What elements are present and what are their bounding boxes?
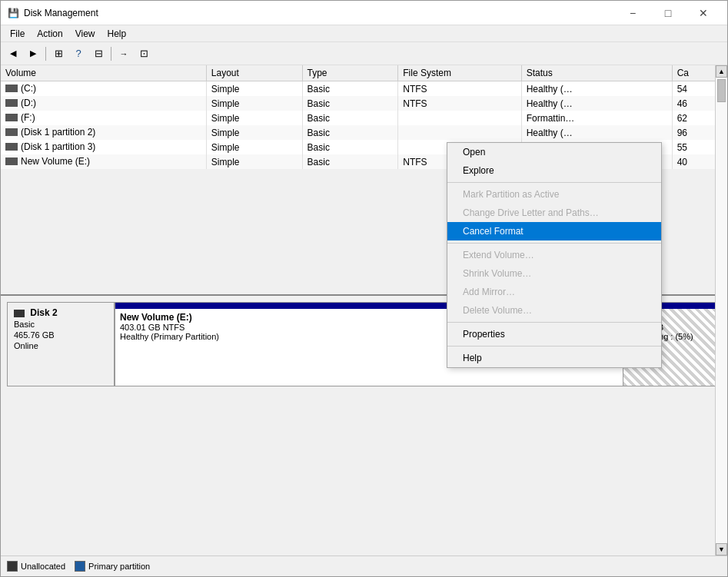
- window-title: Disk Management: [24, 8, 615, 18]
- ctx-properties[interactable]: Properties: [447, 325, 661, 343]
- context-menu: Open Explore Mark Partition as Active Ch…: [447, 142, 662, 368]
- cell-layout: Simple: [206, 111, 302, 125]
- legend-unallocated: Unallocated: [7, 561, 65, 572]
- scroll-up-btn[interactable]: ▲: [716, 65, 727, 78]
- ctx-help[interactable]: Help: [447, 349, 661, 367]
- col-filesystem[interactable]: File System: [398, 65, 521, 81]
- back-button[interactable]: ◀: [4, 45, 22, 62]
- legend: Unallocated Primary partition: [1, 555, 727, 576]
- ctx-delete[interactable]: Delete Volume…: [447, 301, 661, 320]
- toolbar-separator-1: [45, 47, 46, 61]
- title-bar: 💾 Disk Management − □ ✕: [1, 1, 727, 25]
- toolbar-btn-box[interactable]: ⊡: [135, 45, 153, 62]
- disk-name: Disk 2: [14, 307, 108, 318]
- cell-type: Basic: [302, 111, 398, 125]
- cell-status: Healthy (…: [521, 81, 672, 97]
- cell-type: Basic: [302, 140, 398, 154]
- close-button[interactable]: ✕: [686, 1, 721, 25]
- ctx-extend[interactable]: Extend Volume…: [447, 246, 661, 264]
- cell-fs: NTFS: [398, 96, 521, 111]
- maximize-button[interactable]: □: [650, 1, 686, 25]
- ctx-explore[interactable]: Explore: [447, 161, 661, 180]
- app-icon: 💾: [7, 7, 19, 19]
- disk-status: Online: [14, 341, 108, 350]
- cell-fs: [398, 111, 521, 125]
- legend-primary-label: Primary partition: [88, 562, 150, 571]
- col-status[interactable]: Status: [521, 65, 672, 81]
- menu-bar: File Action View Help: [1, 25, 727, 42]
- col-volume[interactable]: Volume: [1, 65, 206, 81]
- forward-button[interactable]: ▶: [24, 45, 42, 62]
- cell-type: Basic: [302, 96, 398, 111]
- cell-fs: [398, 125, 521, 140]
- menu-action[interactable]: Action: [31, 27, 68, 41]
- cell-fs: NTFS: [398, 81, 521, 97]
- ctx-sep-2: [447, 243, 661, 244]
- menu-help[interactable]: Help: [101, 27, 133, 41]
- cell-layout: Simple: [206, 154, 302, 169]
- table-row[interactable]: (F:) Simple Basic Formattin… 62: [1, 111, 727, 125]
- toolbar-btn-help[interactable]: ?: [69, 45, 88, 62]
- legend-unallocated-box: [7, 561, 18, 572]
- cell-volume: (Disk 1 partition 3): [1, 140, 206, 154]
- ctx-shrink[interactable]: Shrink Volume…: [447, 264, 661, 283]
- table-row[interactable]: (Disk 1 partition 2) Simple Basic Health…: [1, 125, 727, 140]
- cell-volume: New Volume (E:): [1, 154, 206, 169]
- minimize-button[interactable]: −: [615, 1, 650, 25]
- cell-type: Basic: [302, 154, 398, 169]
- col-type[interactable]: Type: [302, 65, 398, 81]
- ctx-add-mirror[interactable]: Add Mirror…: [447, 283, 661, 301]
- col-layout[interactable]: Layout: [206, 65, 302, 81]
- cell-volume: (D:): [1, 96, 206, 111]
- cell-layout: Simple: [206, 125, 302, 140]
- legend-primary: Primary partition: [75, 561, 150, 572]
- menu-view[interactable]: View: [69, 27, 101, 41]
- ctx-change-letter[interactable]: Change Drive Letter and Paths…: [447, 204, 661, 222]
- toolbar-btn-minus[interactable]: ⊟: [89, 45, 108, 62]
- cell-volume: (C:): [1, 81, 206, 97]
- toolbar-btn-grid[interactable]: ⊞: [49, 45, 68, 62]
- cell-layout: Simple: [206, 81, 302, 97]
- toolbar: ◀ ▶ ⊞ ? ⊟ → ⊡: [1, 42, 727, 65]
- content-area: Volume Layout Type File System Status Ca: [1, 65, 727, 555]
- cell-volume: (Disk 1 partition 2): [1, 125, 206, 140]
- disk-size: 465.76 GB: [14, 330, 108, 340]
- menu-file[interactable]: File: [4, 27, 31, 41]
- ctx-cancel-format[interactable]: Cancel Format: [447, 222, 661, 240]
- cell-layout: Simple: [206, 96, 302, 111]
- toolbar-btn-arrow[interactable]: →: [115, 45, 133, 62]
- scrollbar-right[interactable]: ▲ ▼: [715, 65, 727, 555]
- cell-type: Basic: [302, 81, 398, 97]
- ctx-open[interactable]: Open: [447, 143, 661, 161]
- legend-primary-box: [75, 561, 85, 572]
- cell-layout: Simple: [206, 140, 302, 154]
- ctx-sep-3: [447, 322, 661, 323]
- cell-type: Basic: [302, 125, 398, 140]
- table-row[interactable]: (D:) Simple Basic NTFS Healthy (… 46: [1, 96, 727, 111]
- ctx-sep-4: [447, 346, 661, 347]
- scroll-track: [716, 78, 727, 543]
- scroll-down-btn[interactable]: ▼: [716, 543, 727, 555]
- scroll-thumb[interactable]: [717, 79, 726, 102]
- cell-status: Healthy (…: [521, 96, 672, 111]
- disk-type: Basic: [14, 320, 108, 329]
- cell-status: Formattin…: [521, 111, 672, 125]
- cell-status: Healthy (…: [521, 125, 672, 140]
- legend-unallocated-label: Unallocated: [21, 562, 65, 571]
- ctx-mark-active[interactable]: Mark Partition as Active: [447, 185, 661, 204]
- ctx-sep-1: [447, 182, 661, 183]
- window-controls: − □ ✕: [615, 1, 721, 25]
- main-window: 💾 Disk Management − □ ✕ File Action View…: [0, 0, 728, 577]
- disk-label: Disk 2 Basic 465.76 GB Online: [7, 302, 115, 386]
- cell-volume: (F:): [1, 111, 206, 125]
- table-row[interactable]: (C:) Simple Basic NTFS Healthy (… 54: [1, 81, 727, 97]
- toolbar-separator-2: [111, 47, 111, 61]
